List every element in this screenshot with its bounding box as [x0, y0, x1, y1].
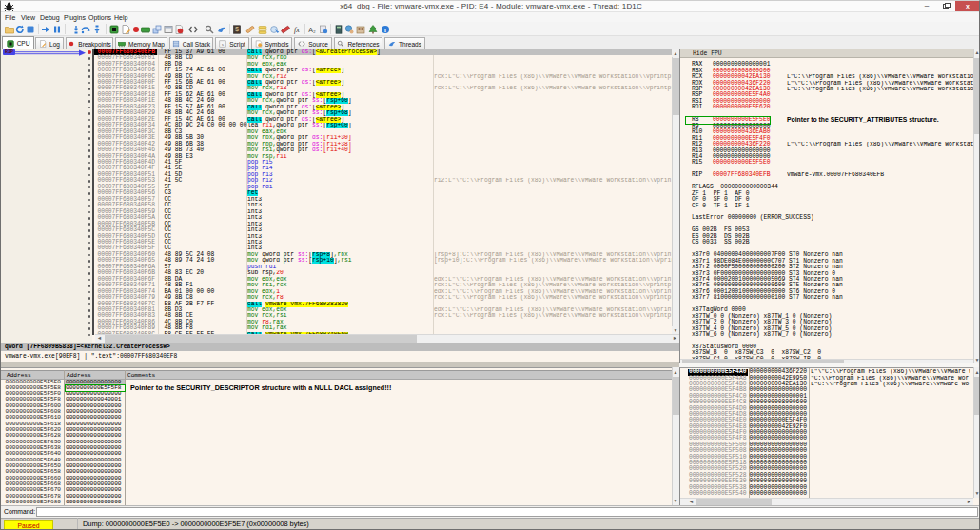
svg-text:A₂: A₂: [308, 27, 316, 33]
svg-text:fx: fx: [294, 26, 300, 34]
svg-text:$: $: [235, 26, 239, 32]
svg-text:i: i: [384, 27, 386, 33]
